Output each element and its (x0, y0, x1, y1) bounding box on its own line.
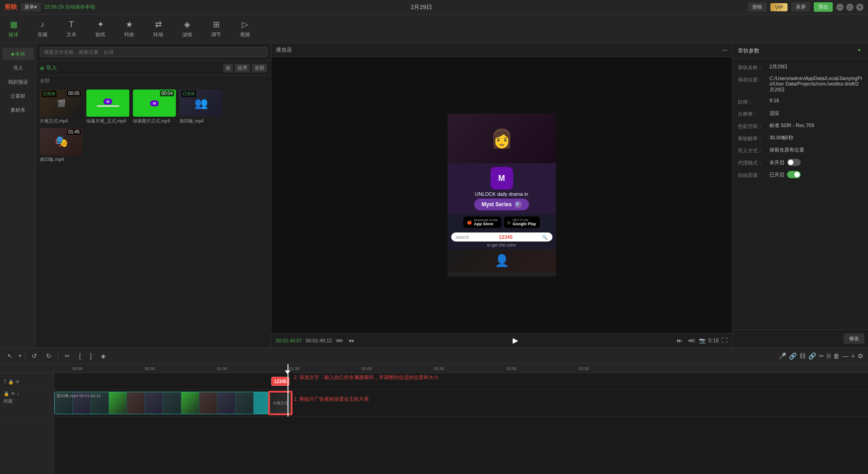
lock-icon[interactable]: 🔒 (8, 379, 14, 384)
audio-icon: ♪ (41, 20, 45, 29)
freelayer-toggle[interactable]: 已开启 (769, 171, 801, 178)
ruler-spacer (0, 364, 54, 373)
tool-audio[interactable]: ♪ 音频 (33, 20, 52, 38)
editor-btn[interactable]: 剪映 (748, 2, 767, 12)
prop-resolution: 分辨率： 适应 (738, 110, 863, 118)
mic-btn[interactable]: 🎤 (778, 352, 786, 360)
sidebar-item-import[interactable]: 导入 (2, 62, 34, 74)
freelayer-toggle-btn[interactable] (787, 171, 801, 178)
modify-button[interactable]: 修改 (844, 333, 864, 344)
split2-btn[interactable]: ✂ (819, 352, 824, 360)
proxy-toggle[interactable]: 未开启 (769, 159, 801, 166)
filter-btn[interactable]: 全部 (252, 64, 267, 72)
tool-effect[interactable]: ★ 特效 (120, 19, 138, 38)
select-dropdown[interactable]: ▾ (19, 353, 21, 358)
sidebar-item-library[interactable]: 素材库 (2, 104, 34, 116)
undo-btn[interactable]: ↺ (29, 351, 40, 360)
select-tool[interactable]: ↖ (5, 351, 15, 360)
ruler-mark: 02:30 (434, 366, 444, 371)
ad-app-name: Myst Series 🔍 (474, 199, 529, 210)
link-btn[interactable]: 🔗 (808, 352, 816, 360)
zoom-in-btn[interactable]: + (851, 352, 855, 360)
maximize-button[interactable]: □ (846, 4, 854, 11)
preview-menu-icon[interactable]: ⋯ (722, 47, 727, 53)
tool-sticker[interactable]: ✦ 贴纸 (91, 19, 109, 38)
redo-btn[interactable]: ↻ (43, 351, 54, 360)
prop-label: 分辨率： (738, 110, 769, 118)
menu-button[interactable]: 菜单▾ (21, 3, 41, 11)
list-item[interactable]: 01:45 🎭 第03集.mp4 (40, 128, 83, 163)
mark-in-btn[interactable]: [ (76, 351, 84, 360)
added-badge: 已添加 (181, 90, 196, 97)
ruler-mark: 02:00 (362, 366, 372, 371)
minimize-button[interactable]: ─ (836, 4, 844, 11)
text-label: 文本 (66, 31, 76, 38)
tool-video[interactable]: ▷ 视频 (236, 19, 254, 38)
sort-btn[interactable]: 排序 (235, 64, 250, 72)
list-item[interactable]: 已添加 00:05 🎬 片尾正式.mp4 (40, 90, 83, 124)
settings-btn[interactable]: ⚙ (858, 352, 863, 360)
prop-value: 2月29日 (769, 63, 863, 70)
clip-duration: 00:05 (67, 90, 81, 96)
main-video-clip[interactable]: 第03集.mp4 00:01:44:12 (54, 392, 269, 414)
search-input[interactable] (40, 47, 267, 57)
list-item[interactable]: 00:08 M 绿幕片尾_正式.mp4 (86, 90, 129, 124)
transition-label: 转场 (153, 31, 163, 38)
eye-icon[interactable]: 👁 (15, 379, 20, 384)
play-button[interactable]: ▶ (513, 336, 518, 345)
media-filename: 第03集.mp4 (40, 156, 83, 163)
tool-transition[interactable]: ⇄ 转场 (149, 19, 167, 38)
fullscreen-btn[interactable]: ⛶ (722, 337, 727, 344)
mark-out-btn[interactable]: ] (87, 351, 94, 360)
skip-forward-btn[interactable]: ⏭ (677, 337, 682, 344)
copy-btn[interactable]: ⎘ (827, 352, 830, 360)
annotation-2: 2. 添加文字，输入自己的专属搜索码，并调整到合适的位置和大小 (294, 374, 439, 381)
preview-video: 👩 M UNLOCK daily drama in Myst Series 🔍 … (448, 114, 556, 276)
lock-icon2[interactable]: 🔒 (4, 391, 9, 396)
import-button[interactable]: ⊕ 导入 (40, 64, 57, 72)
text-track-icon[interactable]: T (4, 379, 6, 384)
audio-icon2[interactable]: ♪ (17, 391, 19, 396)
prop-value: C:/Users/admin/AppData/Local/JianyingPro… (769, 76, 863, 93)
ratio-btn[interactable]: 0:16 (708, 337, 719, 344)
screen-record-btn[interactable]: 录屏 (791, 2, 810, 12)
capture-btn[interactable]: 📷 (699, 337, 706, 344)
skip-back-btn[interactable]: ⏮ (349, 337, 354, 344)
keyframe-btn[interactable]: ◈ (98, 351, 108, 360)
prev-frame-btn[interactable]: ⋙ (335, 337, 343, 344)
timeline-ruler-area[interactable]: 00:00 00:30 01:00 01:30 02:00 02:30 03:0… (54, 364, 868, 474)
prop-chapter-name: 章轨名称： 2月29日 (738, 63, 863, 71)
title-bar-right: 剪映 VIP 录屏 导出 ─ □ ✕ (748, 2, 863, 12)
import-label: 导入 (46, 64, 57, 72)
delete-btn[interactable]: 🗑 (833, 352, 840, 360)
next-frame-btn[interactable]: ⋘ (688, 337, 695, 344)
list-item[interactable]: 00:04 M 绿幕图片正式.mp4 (133, 90, 176, 124)
sidebar-item-local[interactable]: 本地 (2, 48, 34, 60)
zoom-out-btn[interactable]: — (842, 352, 849, 360)
export-button[interactable]: 导出 (814, 2, 833, 12)
text-clip[interactable]: 12345 (271, 377, 289, 386)
tool-adjust[interactable]: ⊞ 调节 (207, 19, 225, 38)
timeline-right-tools: 🎤 🔗 ⛓ 🔗 ✂ ⎘ 🗑 — + ⚙ (778, 352, 863, 360)
vip-button[interactable]: VIP (770, 3, 788, 11)
sidebar-item-cloud[interactable]: 云素材 (2, 90, 34, 102)
prop-framerate: 章轨帧率： 30.00帧/秒 (738, 134, 863, 142)
tool-filter[interactable]: ◈ 滤镜 (178, 19, 196, 38)
timeline-area: ↖ ▾ ↺ ↻ ✂ [ ] ◈ 🎤 🔗 ⛓ 🔗 ✂ ⎘ 🗑 — + ⚙ (0, 347, 868, 474)
link-a-btn[interactable]: ⛓ (799, 352, 806, 360)
ruler-mark: 00:30 (145, 366, 155, 371)
tool-text[interactable]: T 文本 (62, 20, 80, 38)
grid-view-btn[interactable]: ⊞ (223, 64, 233, 72)
prop-label: 自由层级： (738, 171, 769, 179)
split-btn[interactable]: ✂ (62, 351, 73, 360)
list-item[interactable]: 已添加 👥 第03集.mp4 (179, 90, 222, 124)
link-v-btn[interactable]: 🔗 (789, 352, 797, 360)
proxy-toggle-btn[interactable] (787, 159, 801, 166)
track-controls: 🔒 👁 ♪ (4, 391, 19, 396)
sidebar-item-preset[interactable]: 我的预设 (2, 76, 34, 88)
tool-media[interactable]: ▦ 媒体 (5, 19, 23, 38)
eye-icon2[interactable]: 👁 (11, 391, 15, 396)
cover-label: 封面 (4, 398, 13, 404)
main-content: 本地 导入 我的预设 云素材 素材库 ⊕ 导入 ⊞ 排序 全部 全部 (0, 43, 868, 347)
close-button[interactable]: ✕ (856, 4, 863, 11)
